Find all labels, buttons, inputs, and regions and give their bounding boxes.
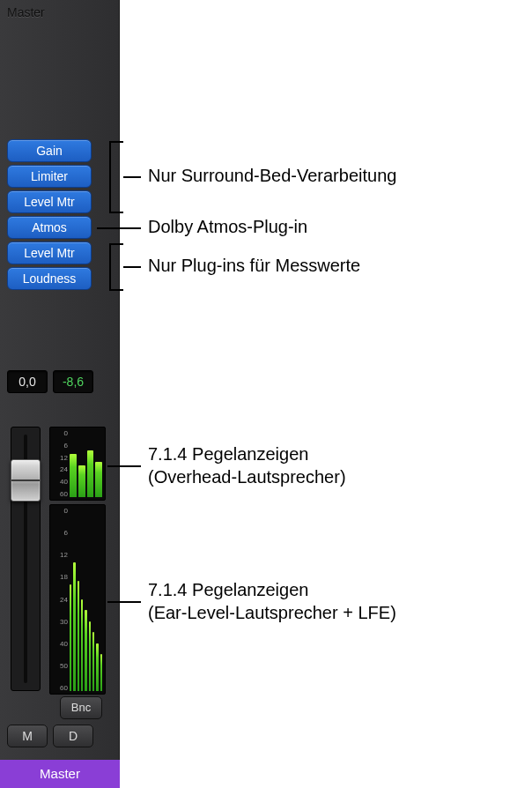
plugin-loudness[interactable]: Loudness	[7, 267, 92, 290]
meter-bar	[92, 632, 94, 691]
volume-fader[interactable]	[11, 427, 41, 691]
meter-tick: 12	[52, 551, 68, 559]
level-readouts: 0,0 -8,6	[7, 370, 93, 393]
annotation-atmos: Dolby Atmos-Plug-in	[148, 215, 307, 238]
meter-bar	[85, 610, 86, 691]
meter-bar	[73, 562, 75, 691]
pointer-meter-overhead	[107, 465, 141, 467]
meter-bar	[95, 462, 102, 497]
plugin-atmos[interactable]: Atmos	[7, 216, 92, 239]
meter-tick: 40	[52, 478, 68, 486]
master-channel-strip: Master Gain Limiter Level Mtr Atmos Leve…	[0, 0, 120, 788]
pointer-bed	[123, 176, 141, 178]
meter-tick: 60	[52, 490, 68, 498]
meter-bar	[78, 581, 79, 691]
meter-bar	[100, 654, 102, 691]
mute-button[interactable]: M	[7, 725, 48, 747]
pointer-metering	[123, 266, 141, 268]
annotation-bed: Nur Surround-Bed-Verarbeitung	[148, 164, 396, 187]
meter-tick: 0	[52, 507, 68, 515]
annotation-meter-overhead: 7.1.4 Pegelanzeigen (Overhead-Lautsprech…	[148, 442, 346, 488]
meter-bar	[96, 643, 98, 691]
surround-meters: 0612244060 0612182430405060	[49, 427, 106, 698]
plugin-slots: Gain Limiter Level Mtr Atmos Level Mtr L…	[7, 139, 92, 290]
meter-overhead: 0612244060	[49, 427, 106, 501]
fader-cap[interactable]	[11, 459, 41, 502]
meter-tick: 6	[52, 442, 68, 450]
meter-tick: 24	[52, 596, 68, 604]
meter-bar	[87, 450, 94, 497]
meter-tick: 50	[52, 662, 68, 670]
track-title: Master	[7, 5, 45, 19]
annotation-meter-ear-line2: (Ear-Level-Lautsprecher + LFE)	[148, 603, 396, 622]
meter-bar	[78, 465, 85, 497]
plugin-limiter[interactable]: Limiter	[7, 165, 92, 188]
annotation-meter-overhead-line2: (Overhead-Lautsprecher)	[148, 467, 346, 487]
bounce-button[interactable]: Bnc	[60, 696, 102, 719]
peak-value-readout: -8,6	[53, 370, 93, 393]
bracket-bed	[109, 141, 123, 213]
meter-tick: 60	[52, 684, 68, 692]
annotation-meter-ear: 7.1.4 Pegelanzeigen (Ear-Level-Lautsprec…	[148, 578, 396, 624]
meter-tick: 18	[52, 573, 68, 581]
track-name-label[interactable]: Master	[0, 760, 120, 788]
meter-tick: 30	[52, 618, 68, 626]
pointer-atmos	[97, 227, 141, 229]
meter-tick: 6	[52, 529, 68, 537]
plugin-gain[interactable]: Gain	[7, 139, 92, 162]
meter-bar	[70, 584, 71, 691]
meter-bar	[89, 621, 91, 691]
bottom-button-row: M D	[7, 725, 93, 747]
pointer-meter-ear	[107, 601, 141, 603]
annotation-meter-ear-line1: 7.1.4 Pegelanzeigen	[148, 580, 308, 599]
annotation-meter-overhead-line1: 7.1.4 Pegelanzeigen	[148, 444, 308, 464]
meter-bar	[81, 599, 83, 691]
meter-tick: 12	[52, 454, 68, 462]
plugin-level-meter-post[interactable]: Level Mtr	[7, 242, 92, 264]
meter-tick: 0	[52, 429, 68, 437]
bracket-metering	[109, 243, 123, 291]
meter-ear-level: 0612182430405060	[49, 504, 106, 695]
dim-button[interactable]: D	[53, 725, 93, 747]
annotation-metering: Nur Plug-ins für Messwerte	[148, 254, 360, 277]
fader-value-readout: 0,0	[7, 370, 48, 393]
plugin-level-meter-pre[interactable]: Level Mtr	[7, 190, 92, 213]
meter-tick: 24	[52, 465, 68, 473]
meter-bar	[70, 454, 77, 497]
meter-tick: 40	[52, 640, 68, 648]
